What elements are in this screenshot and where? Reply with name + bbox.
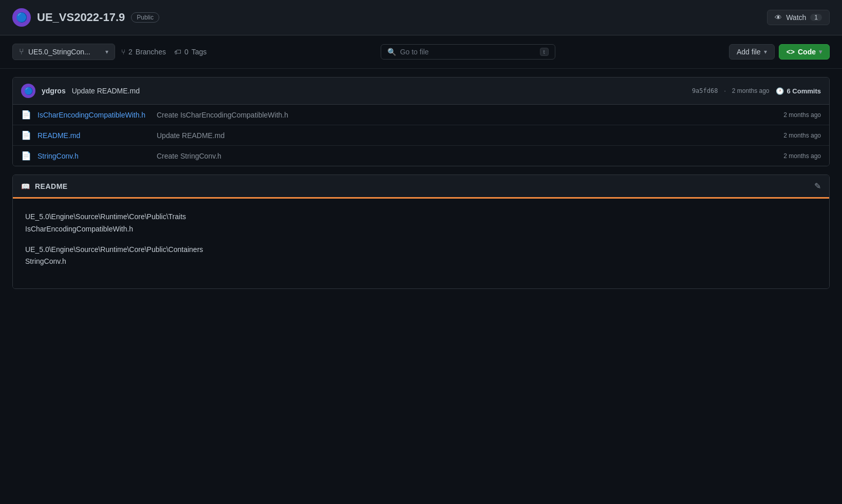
repo-header-left: 🔵 UE_VS2022-17.9 Public: [12, 8, 159, 27]
branch-selector[interactable]: ⑂ UE5.0_StringCon... ▾: [12, 44, 115, 60]
readme-header: 📖 README ✎: [13, 175, 829, 199]
commit-hash[interactable]: 9a5fd68: [692, 87, 718, 94]
file-commit-msg: Create StringConv.h: [157, 152, 777, 160]
commit-avatar: 🔵: [21, 84, 35, 98]
file-time: 2 months ago: [783, 152, 821, 160]
commit-meta: 9a5fd68 · 2 months ago 🕐 6 Commits: [692, 87, 821, 95]
readme-content: UE_5.0\Engine\Source\Runtime\Core\Public…: [13, 199, 829, 288]
chevron-down-icon: ▾: [105, 48, 108, 55]
file-name[interactable]: README.md: [38, 131, 151, 140]
commit-separator: ·: [724, 87, 725, 94]
file-commit-msg: Create IsCharEncodingCompatibleWith.h: [157, 111, 777, 119]
add-file-button[interactable]: Add file ▾: [729, 44, 775, 60]
tags-link[interactable]: 🏷 0 Tags: [174, 48, 207, 56]
search-area: 🔍 t: [213, 44, 723, 60]
book-icon: 📖: [21, 182, 30, 190]
repo-title: UE_VS2022-17.9: [37, 11, 125, 24]
meta-links: ⑂ 2 Branches 🏷 0 Tags: [121, 48, 207, 56]
file-commit-msg: Update README.md: [157, 131, 777, 140]
code-icon: <>: [787, 48, 795, 56]
search-box[interactable]: 🔍 t: [381, 44, 555, 60]
eye-icon: 👁: [775, 13, 782, 22]
search-input[interactable]: [400, 48, 536, 56]
file-icon: 📄: [21, 130, 31, 140]
toolbar-right: Add file ▾ <> Code ▾: [729, 44, 830, 60]
code-button[interactable]: <> Code ▾: [779, 44, 830, 60]
file-table: 🔵 ydgros Update README.md 9a5fd68 · 2 mo…: [12, 77, 830, 166]
watch-label: Watch: [786, 13, 806, 22]
readme-line-1: UE_5.0\Engine\Source\Runtime\Core\Public…: [25, 211, 817, 236]
branch-icon: ⑂: [19, 47, 24, 56]
table-row: 📄 StringConv.h Create StringConv.h 2 mon…: [13, 146, 829, 166]
commit-time: 2 months ago: [732, 87, 770, 94]
branches-count: 2: [128, 48, 133, 56]
repo-avatar: 🔵: [12, 8, 31, 27]
branches-label: Branches: [136, 48, 166, 56]
table-row: 📄 README.md Update README.md 2 months ag…: [13, 125, 829, 146]
commit-message: Update README.md: [72, 87, 140, 95]
readme-line-2: UE_5.0\Engine\Source\Runtime\Core\Public…: [25, 244, 817, 268]
commit-author[interactable]: ydgros: [42, 87, 66, 95]
repo-header: 🔵 UE_VS2022-17.9 Public 👁 Watch 1: [0, 0, 842, 35]
file-name[interactable]: StringConv.h: [38, 152, 151, 160]
code-label: Code: [798, 48, 816, 56]
branches-link[interactable]: ⑂ 2 Branches: [121, 48, 166, 56]
table-row: 📄 IsCharEncodingCompatibleWith.h Create …: [13, 105, 829, 125]
tags-count: 0: [184, 48, 189, 56]
edit-icon[interactable]: ✎: [814, 181, 821, 191]
branch-icon-small: ⑂: [121, 48, 125, 56]
file-icon: 📄: [21, 110, 31, 120]
add-file-label: Add file: [737, 48, 761, 56]
file-time: 2 months ago: [783, 111, 821, 119]
tags-label: Tags: [192, 48, 207, 56]
readme-section: 📖 README ✎ UE_5.0\Engine\Source\Runtime\…: [12, 175, 830, 289]
file-time: 2 months ago: [783, 132, 821, 139]
branch-name: UE5.0_StringCon...: [28, 48, 90, 56]
search-icon: 🔍: [387, 48, 396, 56]
file-icon: 📄: [21, 151, 31, 161]
repo-toolbar: ⑂ UE5.0_StringCon... ▾ ⑂ 2 Branches 🏷 0 …: [0, 35, 842, 69]
search-shortcut: t: [540, 48, 549, 56]
watch-button[interactable]: 👁 Watch 1: [767, 10, 830, 25]
readme-title: README: [35, 182, 68, 190]
watch-count: 1: [810, 14, 822, 21]
tag-icon: 🏷: [174, 48, 181, 56]
clock-icon: 🕐: [776, 87, 784, 95]
commit-row: 🔵 ydgros Update README.md 9a5fd68 · 2 mo…: [13, 77, 829, 105]
visibility-badge: Public: [131, 12, 159, 23]
commits-link[interactable]: 🕐 6 Commits: [776, 87, 821, 95]
chevron-down-icon: ▾: [764, 48, 767, 55]
commits-count-label: 6 Commits: [787, 87, 821, 95]
readme-title-row: 📖 README: [21, 182, 68, 190]
file-name[interactable]: IsCharEncodingCompatibleWith.h: [38, 111, 151, 119]
chevron-down-icon: ▾: [819, 48, 822, 55]
